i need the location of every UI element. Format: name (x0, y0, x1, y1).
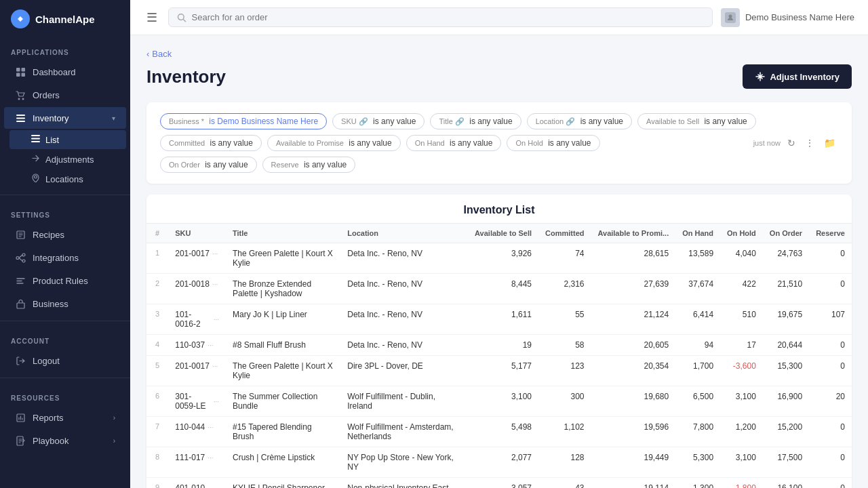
logo-icon (11, 9, 30, 28)
sidebar-sub-list[interactable]: List (9, 130, 126, 149)
table-row[interactable]: 3 101-0016-2··· Mary Jo K | Lip Liner De… (146, 304, 852, 335)
cell-avail-sell: 1,611 (468, 304, 538, 335)
filter-on-hand[interactable]: On Hand is any value (406, 135, 502, 151)
filter-on-order-value: is any value (205, 160, 248, 169)
app-logo[interactable]: ChannelApe (0, 0, 130, 38)
sidebar-item-playbook[interactable]: Playbook › (4, 430, 126, 451)
table-row[interactable]: 8 111-017··· Crush | Crème Lipstick NY P… (146, 447, 852, 478)
sidebar-sub-adjustments[interactable]: Adjustments (9, 150, 126, 169)
search-icon (177, 13, 186, 22)
business-label: Business (33, 299, 115, 309)
sidebar-sub-locations[interactable]: Locations (9, 169, 126, 188)
grid-icon (15, 66, 26, 77)
list-sub-label: List (45, 135, 59, 145)
cell-reserve: 0 (809, 356, 852, 386)
filter-title[interactable]: Title 🔗 is any value (430, 113, 521, 129)
cell-title: Mary Jo K | Lip Liner (226, 304, 340, 335)
col-title[interactable]: Title (226, 224, 340, 243)
filter-on-order[interactable]: On Order is any value (160, 157, 257, 173)
sidebar-item-orders[interactable]: Orders (4, 84, 126, 106)
filters-area: Business * is Demo Business Name Here SK… (146, 102, 852, 184)
svg-point-6 (22, 98, 24, 100)
cell-location: NY Pop Up Store - New York, NY (340, 447, 468, 478)
table-row[interactable]: 5 201-0017··· The Green Palette | Kourt … (146, 356, 852, 386)
sidebar-item-recipes[interactable]: Recipes (4, 224, 126, 245)
search-bar[interactable] (168, 7, 713, 27)
menu-toggle-button[interactable]: ☰ (144, 7, 160, 28)
sidebar-item-dashboard[interactable]: Dashboard (4, 61, 126, 83)
table-row[interactable]: 1 201-0017··· The Green Palette | Kourt … (146, 243, 852, 274)
filter-more-button[interactable]: ⋮ (802, 135, 817, 151)
cell-location: Wolf Fulfillment - Amsterdam, Netherland… (340, 417, 468, 447)
col-location[interactable]: Location (340, 224, 468, 243)
cell-avail-sell: 3,057 (468, 478, 538, 489)
table-row[interactable]: 7 110-044··· #15 Tapered Blending Brush … (146, 417, 852, 447)
integration-icon (15, 252, 26, 263)
filter-sku-label: SKU 🔗 (341, 117, 368, 125)
cell-location: Deta Inc. - Reno, NV (340, 274, 468, 304)
cell-avail-promise: 28,615 (591, 243, 675, 274)
sidebar-item-logout[interactable]: Logout (4, 350, 126, 371)
sidebar-item-business[interactable]: Business (4, 293, 126, 314)
filter-folder-button[interactable]: 📁 (821, 135, 838, 151)
user-name: Demo Business Name Here (745, 12, 854, 22)
filter-on-hold[interactable]: On Hold is any value (507, 135, 599, 151)
col-avail-promise[interactable]: Available to Promi... (591, 224, 675, 243)
recipes-label: Recipes (33, 230, 115, 240)
svg-rect-17 (17, 303, 24, 308)
back-link-label: Back (152, 49, 172, 59)
sidebar-item-reports[interactable]: Reports › (4, 407, 126, 428)
section-label-resources: RESOURCES (0, 384, 130, 406)
back-link[interactable]: ‹ Back (146, 49, 852, 59)
cell-reserve: 0 (809, 417, 852, 447)
section-label-applications: APPLICATIONS (0, 38, 130, 60)
cell-avail-sell: 5,177 (468, 356, 538, 386)
filter-business[interactable]: Business * is Demo Business Name Here (160, 113, 327, 129)
filter-sku[interactable]: SKU 🔗 is any value (332, 113, 425, 129)
filter-title-label: Title 🔗 (439, 117, 464, 125)
filter-reserve[interactable]: Reserve is any value (262, 157, 356, 173)
col-avail-sell[interactable]: Available to Sell (468, 224, 538, 243)
cell-on-hold: -3,600 (720, 356, 763, 386)
cell-avail-promise: 19,114 (591, 478, 675, 489)
cell-committed: 2,316 (538, 274, 591, 304)
app-name: ChannelApe (35, 14, 95, 25)
col-on-order[interactable]: On Order (763, 224, 809, 243)
col-committed[interactable]: Committed (538, 224, 591, 243)
cell-on-order: 21,510 (763, 274, 809, 304)
playbook-chevron-icon: › (113, 437, 115, 445)
list-icon (15, 113, 26, 123)
svg-rect-4 (21, 73, 25, 77)
cell-num: 4 (146, 335, 168, 356)
table-row[interactable]: 6 301-0059-LE··· The Summer Collection B… (146, 386, 852, 417)
topbar: ☰ Demo Business Name Here (130, 0, 868, 35)
col-reserve[interactable]: Reserve (809, 224, 852, 243)
table-row[interactable]: 2 201-0018··· The Bronze Extended Palett… (146, 274, 852, 304)
cell-num: 8 (146, 447, 168, 478)
col-on-hand[interactable]: On Hand (675, 224, 720, 243)
cell-sku: 111-017··· (168, 447, 226, 478)
filter-on-hold-label: On Hold (515, 139, 542, 147)
sidebar-item-product-rules[interactable]: Product Rules (4, 270, 126, 291)
cell-avail-sell: 3,926 (468, 243, 538, 274)
filter-location[interactable]: Location 🔗 is any value (527, 113, 632, 129)
table-row[interactable]: 9 401-010··· KYLIE | Pencil Sharpener No… (146, 478, 852, 489)
filter-refresh-button[interactable]: ↻ (785, 135, 798, 151)
cell-on-order: 15,300 (763, 356, 809, 386)
adjust-inventory-button[interactable]: Adjust Inventory (743, 64, 852, 89)
col-on-hold[interactable]: On Hold (720, 224, 763, 243)
sidebar: ChannelApe APPLICATIONS Dashboard Orders… (0, 0, 130, 488)
filter-committed[interactable]: Committed is any value (160, 135, 262, 151)
filter-avail-promise[interactable]: Available to Promise is any value (267, 135, 401, 151)
filter-reserve-value: is any value (304, 160, 347, 169)
table-row[interactable]: 4 110-037··· #8 Small Fluff Brush Deta I… (146, 335, 852, 356)
reports-icon (15, 412, 26, 423)
search-input[interactable] (192, 12, 704, 22)
sidebar-item-integrations[interactable]: Integrations (4, 247, 126, 268)
col-sku[interactable]: SKU (168, 224, 226, 243)
filter-avail-sell[interactable]: Available to Sell is any value (637, 113, 756, 129)
cell-committed: 128 (538, 447, 591, 478)
sidebar-item-inventory[interactable]: Inventory ▾ (4, 107, 126, 129)
cell-on-order: 17,500 (763, 447, 809, 478)
playbook-label: Playbook (33, 436, 106, 446)
